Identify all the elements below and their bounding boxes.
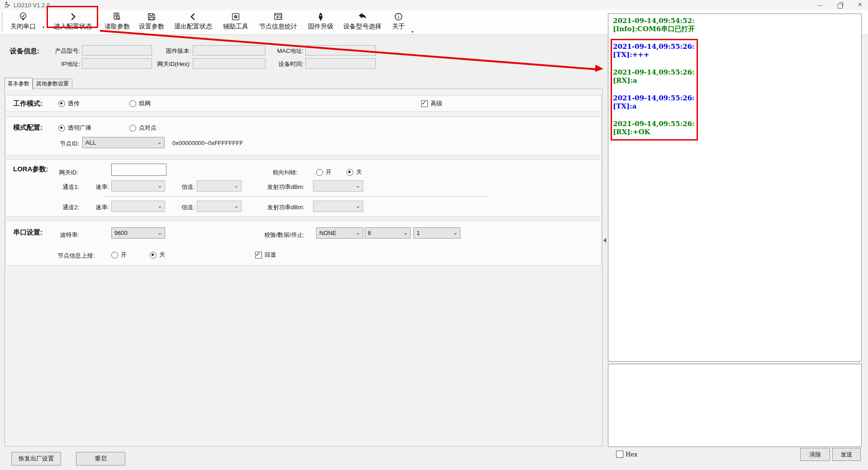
radio-node-report-on[interactable]: 开 — [111, 251, 127, 259]
toolbar-button-node-stats[interactable]: 节点信息统计 — [253, 10, 303, 34]
send-input-area[interactable] — [608, 364, 862, 447]
close-button[interactable] — [850, 0, 868, 10]
field-label-ip-address: IP地址: — [35, 60, 80, 68]
toolbar-button-label: 节点信息统计 — [259, 23, 297, 31]
gateway-id-hex-field[interactable] — [193, 58, 266, 69]
group-work-mode: 工作模式: 透传 组网 高级 — [5, 95, 602, 112]
toolbar-button-enter-config[interactable]: 进入配置状态 — [48, 10, 98, 34]
channel2-chan-label: 信道: — [156, 203, 195, 212]
app-logo-icon — [4, 1, 11, 9]
stop-bits-select[interactable]: 1 — [413, 227, 460, 239]
radio-label: 开 — [326, 168, 332, 176]
channel2-power-select[interactable] — [313, 201, 363, 212]
channel2-rate-label: 速率: — [70, 203, 109, 212]
node-id-select[interactable]: ALL — [82, 137, 165, 148]
node-id-value: ALL — [85, 139, 96, 146]
mac-address-field[interactable] — [305, 45, 376, 56]
parity-data-stop-label: 校验/数据/停止: — [246, 231, 304, 239]
toolbar-gripper[interactable] — [1, 12, 3, 32]
baud-rate-select[interactable]: 9600 — [111, 227, 165, 239]
toolbar-button-label: 进入配置状态 — [54, 23, 92, 31]
parity-value: NONE — [319, 230, 337, 236]
toolbar-button-label: 辅助工具 — [223, 23, 248, 31]
serial-log-output[interactable]: 2021-09-14,09:54:52: [Info]:COM6串口已打开 20… — [608, 14, 862, 362]
field-label-firmware-version: 固件版本: — [146, 47, 191, 55]
restore-button[interactable] — [830, 0, 849, 10]
log-time: 2021-09-14,09:55:26: — [613, 94, 861, 102]
radio-icon — [150, 252, 157, 258]
data-bits-select[interactable]: 8 — [365, 227, 411, 239]
toolbar-button-firmware-upgrade[interactable]: 固件升级 — [304, 10, 337, 34]
clear-button[interactable]: 清除 — [800, 448, 830, 461]
baud-rate-value: 9600 — [114, 230, 128, 236]
hex-label: Hex — [626, 451, 637, 458]
chevron-left-icon — [188, 11, 198, 23]
data-bits-value: 8 — [368, 230, 371, 236]
toolbar-button-exit-config[interactable]: 退出配置状态 — [169, 10, 217, 34]
toolbar-button-about[interactable]: 关于 — [387, 10, 410, 34]
parity-select[interactable]: NONE — [316, 227, 363, 239]
firmware-version-field[interactable] — [193, 45, 266, 56]
toolbar-button-close-serial[interactable]: 关闭串口 — [4, 10, 43, 34]
restart-button[interactable]: 重启 — [76, 452, 125, 465]
channel1-power-label: 发射功率dBm: — [246, 183, 304, 191]
radio-icon — [316, 169, 323, 176]
radio-node-report-off[interactable]: 关 — [150, 251, 165, 259]
checkbox-echo[interactable]: 回显 — [255, 251, 276, 259]
channel1-rate-label: 速率: — [70, 183, 109, 191]
toolbar-button-label: 关闭串口 — [10, 23, 36, 31]
channel-divider — [103, 196, 488, 197]
radio-network-mode[interactable]: 组网 — [129, 99, 151, 108]
radio-label: 关 — [159, 251, 165, 259]
device-time-field[interactable] — [305, 58, 376, 69]
product-model-field[interactable] — [82, 45, 152, 56]
toolbar-button-label: 读取参数 — [104, 23, 130, 31]
channel1-chan-select[interactable] — [197, 180, 242, 192]
radio-label: 透传 — [68, 99, 80, 108]
lora-gateway-id-label: 网关ID: — [33, 169, 78, 177]
save-floppy-icon — [147, 11, 157, 23]
checkbox-advanced[interactable]: 高级 — [421, 99, 442, 108]
panel-splitter-collapse-icon[interactable] — [603, 238, 606, 243]
work-mode-title: 工作模式: — [13, 99, 43, 108]
ip-address-field[interactable] — [82, 58, 152, 69]
radio-icon — [58, 125, 65, 132]
toolbar-button-label: 设备型号选择 — [343, 23, 381, 31]
minimize-button[interactable] — [811, 0, 830, 10]
toolbar-button-read-params[interactable]: 读取参数 — [100, 10, 134, 34]
radio-fec-off[interactable]: 关 — [346, 168, 362, 176]
rocket-icon — [316, 11, 326, 23]
toolbar-button-label: 固件升级 — [308, 23, 333, 31]
send-button[interactable]: 发送 — [832, 448, 861, 461]
caret-down-icon[interactable]: ▾ — [43, 25, 44, 29]
field-label-product-model: 产品型号: — [35, 47, 80, 55]
lora-gateway-id-input[interactable] — [111, 164, 166, 176]
hex-checkbox[interactable] — [616, 451, 623, 458]
checkbox-icon — [255, 252, 262, 258]
radio-transparent-mode[interactable]: 透传 — [58, 99, 80, 108]
toolbar-button-set-params[interactable]: 设置参数 — [135, 10, 168, 34]
factory-reset-button[interactable]: 恢复出厂设置 — [11, 452, 61, 465]
radio-transparent-broadcast[interactable]: 透明广播 — [58, 124, 91, 132]
toolbar-button-aux-tools[interactable]: 辅助工具 — [219, 10, 252, 34]
caret-down-icon[interactable]: ▾ — [412, 30, 413, 34]
checkbox-label: 高级 — [431, 99, 442, 108]
radio-point-to-point[interactable]: 点对点 — [129, 124, 157, 132]
radio-label: 组网 — [139, 99, 151, 108]
channel1-power-select[interactable] — [313, 180, 363, 192]
serial-title: 串口设置: — [13, 228, 43, 237]
field-label-device-time: 设备时间: — [258, 60, 304, 68]
channel2-chan-select[interactable] — [197, 201, 242, 212]
tab-basic-params[interactable]: 基本参数 — [5, 78, 33, 89]
radio-fec-on[interactable]: 开 — [316, 168, 332, 176]
tab-other-params[interactable]: 其他参数设置 — [33, 79, 72, 89]
field-label-mac-address: MAC地址: — [258, 47, 304, 55]
toolbar-button-label: 设置参数 — [139, 23, 164, 31]
radio-label: 点对点 — [139, 124, 157, 132]
node-id-label: 节点ID: — [40, 140, 79, 148]
chevron-right-icon — [68, 11, 78, 23]
log-time: 2021-09-14,09:55:26: — [613, 120, 861, 128]
radio-icon — [111, 252, 118, 258]
toolbar-button-device-model[interactable]: 设备型号选择 — [338, 10, 386, 34]
radio-icon — [346, 169, 353, 176]
